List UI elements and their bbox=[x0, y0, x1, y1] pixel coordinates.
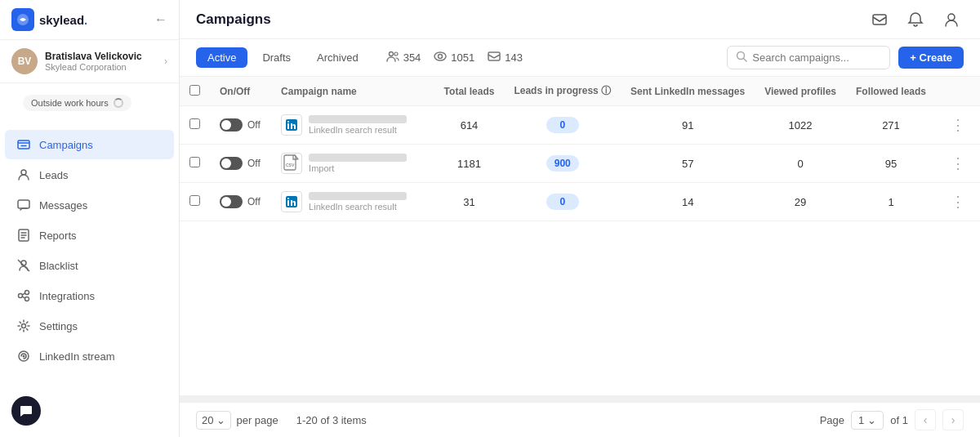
svg-point-14 bbox=[23, 355, 25, 358]
row-checkbox[interactable] bbox=[189, 157, 200, 167]
bell-icon[interactable] bbox=[903, 7, 928, 32]
sidebar: skylead. ← BV Bratislava Velickovic Skyl… bbox=[0, 0, 180, 437]
row-more-button[interactable]: ⋮ bbox=[946, 192, 970, 212]
tab-drafts[interactable]: Drafts bbox=[251, 47, 302, 68]
per-page-chevron-icon: ⌄ bbox=[216, 414, 225, 426]
footer-left: 20 ⌄ per page 1-20 of 3 items bbox=[196, 411, 367, 430]
sidebar-item-integrations[interactable]: Integrations bbox=[5, 281, 174, 310]
stats-pills: 354 1051 143 bbox=[386, 50, 523, 65]
viewed-profiles-value: 1022 bbox=[789, 119, 813, 132]
sent-messages-value: 91 bbox=[682, 119, 693, 132]
sidebar-item-label: LinkedIn stream bbox=[39, 350, 115, 363]
row-checkbox[interactable] bbox=[189, 118, 200, 129]
per-page-select[interactable]: 20 ⌄ bbox=[196, 411, 231, 430]
page-number-select[interactable]: 1 ⌄ bbox=[851, 411, 884, 430]
campaign-source-label: Import bbox=[309, 163, 407, 173]
user-profile-icon[interactable] bbox=[939, 7, 964, 32]
create-button[interactable]: + Create bbox=[898, 47, 964, 69]
prev-page-button[interactable]: ‹ bbox=[915, 409, 936, 430]
sidebar-item-linkedin-stream[interactable]: LinkedIn stream bbox=[5, 341, 174, 371]
next-page-button[interactable]: › bbox=[942, 409, 964, 430]
row-checkbox-cell bbox=[180, 183, 210, 221]
toggle-cell: Off bbox=[210, 106, 271, 145]
table-header-row: On/Off Campaign name Total leads Leads i… bbox=[180, 77, 980, 106]
total-leads-cell: 614 bbox=[434, 106, 505, 145]
sidebar-item-label: Settings bbox=[39, 320, 78, 332]
campaign-cell: LinkedIn search result bbox=[281, 191, 425, 212]
sidebar-item-reports[interactable]: Reports bbox=[5, 221, 174, 250]
on-off-header: On/Off bbox=[210, 77, 271, 106]
campaigns-icon bbox=[16, 137, 31, 152]
toggle-label: Off bbox=[247, 158, 261, 169]
row-actions-cell: ⋮ bbox=[936, 145, 980, 183]
row-checkbox[interactable] bbox=[189, 195, 200, 206]
sidebar-item-leads[interactable]: Leads bbox=[5, 160, 174, 190]
linkedin-stream-icon bbox=[16, 349, 31, 363]
total-leads-value: 1181 bbox=[457, 158, 481, 170]
sidebar-header: skylead. ← bbox=[0, 0, 179, 40]
reports-icon bbox=[16, 228, 31, 243]
tab-active[interactable]: Active bbox=[196, 47, 247, 68]
eye-stat-icon bbox=[434, 50, 447, 65]
search-box[interactable] bbox=[727, 46, 890, 69]
toggle-switch[interactable] bbox=[220, 157, 243, 170]
campaign-name-header: Campaign name bbox=[271, 77, 434, 106]
mail-icon[interactable] bbox=[867, 7, 892, 32]
campaign-source-label: LinkedIn search result bbox=[309, 202, 407, 212]
toggle-switch[interactable] bbox=[220, 195, 243, 208]
toggle-cell: Off bbox=[210, 183, 271, 221]
page-label: Page bbox=[820, 414, 844, 426]
user-profile[interactable]: BV Bratislava Velickovic Skylead Corpora… bbox=[0, 40, 179, 83]
sent-messages-cell: 91 bbox=[621, 106, 755, 145]
sidebar-item-label: Campaigns bbox=[39, 139, 93, 151]
svg-point-8 bbox=[25, 291, 29, 295]
sidebar-item-settings[interactable]: Settings bbox=[5, 311, 174, 341]
followed-leads-value: 95 bbox=[885, 158, 897, 170]
svg-point-32 bbox=[287, 198, 289, 199]
campaign-cell: CSV Import bbox=[281, 153, 425, 174]
row-more-button[interactable]: ⋮ bbox=[946, 154, 970, 173]
leads-progress-badge: 0 bbox=[546, 194, 579, 210]
row-actions-cell: ⋮ bbox=[936, 183, 980, 221]
pagination: Page 1 ⌄ of 1 ‹ › bbox=[820, 409, 964, 430]
followed-leads-value: 1 bbox=[888, 196, 893, 208]
row-more-button[interactable]: ⋮ bbox=[946, 115, 970, 135]
stat-views-value: 1051 bbox=[451, 51, 474, 64]
per-page-control: 20 ⌄ per page bbox=[196, 411, 278, 430]
svg-rect-15 bbox=[873, 15, 886, 25]
sidebar-collapse-icon[interactable]: ← bbox=[154, 12, 167, 27]
svg-point-2 bbox=[21, 170, 26, 175]
page-select-chevron-icon: ⌄ bbox=[867, 414, 876, 426]
stat-people-value: 354 bbox=[403, 51, 421, 64]
avatar: BV bbox=[11, 48, 38, 74]
select-all-checkbox[interactable] bbox=[189, 85, 200, 96]
sidebar-item-messages[interactable]: Messages bbox=[5, 190, 174, 220]
skylead-logo-icon bbox=[11, 8, 34, 31]
toggle-switch[interactable] bbox=[220, 118, 243, 132]
campaign-name-content: Import bbox=[309, 154, 407, 173]
sent-messages-cell: 14 bbox=[621, 183, 755, 221]
svg-point-19 bbox=[434, 52, 446, 60]
campaign-name-cell: CSV Import bbox=[271, 145, 434, 183]
campaign-cell: LinkedIn search result bbox=[281, 114, 425, 136]
chat-support-button[interactable] bbox=[11, 396, 41, 426]
sidebar-item-campaigns[interactable]: Campaigns bbox=[5, 130, 174, 159]
search-input[interactable] bbox=[752, 51, 881, 64]
horizontal-scrollbar[interactable] bbox=[180, 395, 980, 402]
row-checkbox-cell bbox=[180, 145, 210, 183]
items-count: 1-20 of 3 items bbox=[296, 414, 367, 426]
stat-messages-value: 143 bbox=[505, 51, 523, 64]
sidebar-item-blacklist[interactable]: Blacklist bbox=[5, 251, 174, 280]
sidebar-item-label: Integrations bbox=[39, 290, 95, 302]
campaign-name-content: LinkedIn search result bbox=[309, 115, 407, 135]
tab-archived[interactable]: Archived bbox=[305, 47, 370, 68]
stat-views: 1051 bbox=[434, 50, 474, 65]
toggle-cell: Off bbox=[210, 145, 271, 183]
svg-rect-27 bbox=[291, 123, 292, 129]
campaign-name-blurred-bar bbox=[309, 192, 407, 200]
viewed-profiles-value: 29 bbox=[795, 196, 806, 208]
loading-spinner bbox=[114, 98, 123, 108]
table-footer: 20 ⌄ per page 1-20 of 3 items Page 1 ⌄ o… bbox=[180, 402, 980, 437]
leads-in-progress-cell: 900 bbox=[504, 145, 621, 183]
svg-rect-33 bbox=[291, 200, 292, 206]
